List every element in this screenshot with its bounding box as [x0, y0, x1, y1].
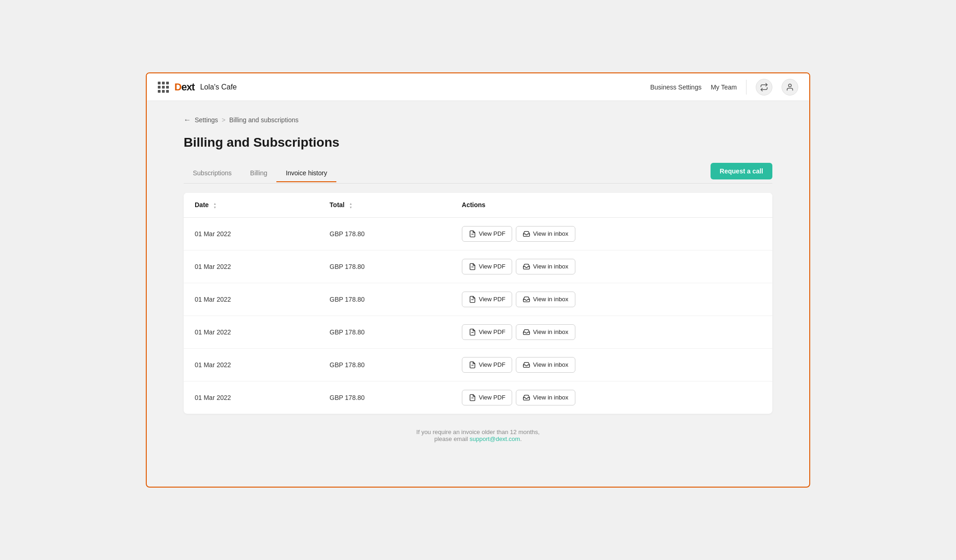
grid-menu-icon[interactable]: [158, 82, 169, 93]
table-row: 01 Mar 2022GBP 178.80View PDFView in inb…: [184, 381, 772, 414]
table-header-row: Date Total Actions: [184, 193, 772, 217]
view-pdf-button[interactable]: View PDF: [462, 357, 513, 373]
invoice-date-cell: 01 Mar 2022: [184, 348, 318, 381]
user-avatar-button[interactable]: [782, 79, 798, 95]
company-name: Lola's Cafe: [200, 83, 237, 91]
header-divider: [746, 80, 747, 95]
invoice-total-cell: GBP 178.80: [318, 316, 450, 348]
invoice-actions-cell: View PDFView in inbox: [451, 217, 772, 250]
back-arrow[interactable]: ←: [184, 116, 191, 124]
footer-note: If you require an invoice older than 12 …: [184, 429, 772, 442]
breadcrumb-separator: >: [222, 116, 226, 124]
view-pdf-button[interactable]: View PDF: [462, 226, 513, 242]
invoice-actions-cell: View PDFView in inbox: [451, 283, 772, 316]
footer-note-line1: If you require an invoice older than 12 …: [184, 429, 772, 435]
tab-invoice-history[interactable]: Invoice history: [276, 165, 336, 182]
invoice-date-cell: 01 Mar 2022: [184, 316, 318, 348]
request-call-button[interactable]: Request a call: [711, 163, 772, 179]
invoice-date-cell: 01 Mar 2022: [184, 283, 318, 316]
invoice-table: Date Total Actions 01 Mar 2022GBP 178.80: [184, 193, 772, 414]
invoice-date-cell: 01 Mar 2022: [184, 217, 318, 250]
switch-account-button[interactable]: [756, 79, 772, 95]
breadcrumb-current: Billing and subscriptions: [229, 116, 299, 124]
support-email-link[interactable]: support@dext.com: [470, 435, 520, 442]
total-column-header[interactable]: Total: [318, 193, 450, 217]
invoice-total-cell: GBP 178.80: [318, 250, 450, 283]
svg-point-0: [789, 84, 791, 87]
app-header: Dext Lola's Cafe Business Settings My Te…: [147, 73, 809, 101]
invoice-total-cell: GBP 178.80: [318, 381, 450, 414]
table-row: 01 Mar 2022GBP 178.80View PDFView in inb…: [184, 217, 772, 250]
view-inbox-button[interactable]: View in inbox: [516, 390, 575, 405]
my-team-link[interactable]: My Team: [711, 83, 737, 91]
actions-column-header: Actions: [451, 193, 772, 217]
date-sort-icon: [213, 202, 216, 209]
invoice-date-cell: 01 Mar 2022: [184, 381, 318, 414]
view-inbox-button[interactable]: View in inbox: [516, 259, 575, 274]
table-row: 01 Mar 2022GBP 178.80View PDFView in inb…: [184, 250, 772, 283]
tab-subscriptions[interactable]: Subscriptions: [184, 165, 241, 182]
tab-billing[interactable]: Billing: [241, 165, 276, 182]
view-pdf-button[interactable]: View PDF: [462, 390, 513, 405]
invoice-actions-cell: View PDFView in inbox: [451, 381, 772, 414]
table-row: 01 Mar 2022GBP 178.80View PDFView in inb…: [184, 283, 772, 316]
invoice-date-cell: 01 Mar 2022: [184, 250, 318, 283]
breadcrumb-settings-link[interactable]: Settings: [195, 116, 218, 124]
breadcrumb: ← Settings > Billing and subscriptions: [184, 116, 772, 124]
invoice-actions-cell: View PDFView in inbox: [451, 250, 772, 283]
view-pdf-button[interactable]: View PDF: [462, 292, 513, 307]
invoice-actions-cell: View PDFView in inbox: [451, 348, 772, 381]
view-inbox-button[interactable]: View in inbox: [516, 357, 575, 373]
invoice-table-card: Date Total Actions 01 Mar 2022GBP 178.80: [184, 193, 772, 414]
table-row: 01 Mar 2022GBP 178.80View PDFView in inb…: [184, 316, 772, 348]
footer-note-line2: please email support@dext.com.: [184, 435, 772, 442]
page-title: Billing and Subscriptions: [184, 135, 772, 150]
tabs-row: Subscriptions Billing Invoice history Re…: [184, 163, 772, 184]
invoice-total-cell: GBP 178.80: [318, 348, 450, 381]
invoice-actions-cell: View PDFView in inbox: [451, 316, 772, 348]
tabs: Subscriptions Billing Invoice history: [184, 165, 336, 182]
total-sort-icon: [349, 202, 353, 209]
invoice-total-cell: GBP 178.80: [318, 283, 450, 316]
date-column-header[interactable]: Date: [184, 193, 318, 217]
view-inbox-button[interactable]: View in inbox: [516, 292, 575, 307]
main-content: ← Settings > Billing and subscriptions B…: [147, 101, 809, 487]
table-row: 01 Mar 2022GBP 178.80View PDFView in inb…: [184, 348, 772, 381]
business-settings-link[interactable]: Business Settings: [650, 83, 701, 91]
view-inbox-button[interactable]: View in inbox: [516, 324, 575, 340]
view-pdf-button[interactable]: View PDF: [462, 259, 513, 274]
dext-logo: Dext: [174, 81, 195, 93]
view-pdf-button[interactable]: View PDF: [462, 324, 513, 340]
view-inbox-button[interactable]: View in inbox: [516, 226, 575, 242]
invoice-total-cell: GBP 178.80: [318, 217, 450, 250]
